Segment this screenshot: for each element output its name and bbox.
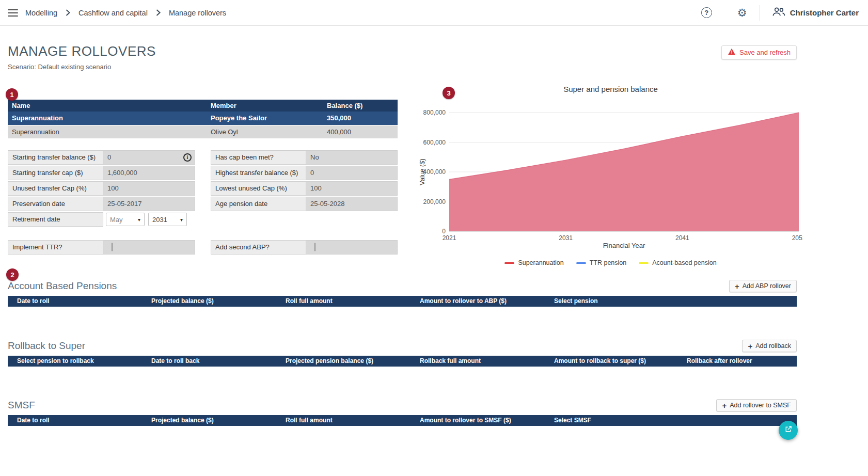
column-header-date-to-roll: Date to roll bbox=[8, 415, 142, 426]
breadcrumb-cashflow-and-capital[interactable]: Cashflow and capital bbox=[78, 9, 148, 17]
rollover-details-panel: 1 Name Member Balance ($) Superannuation… bbox=[8, 100, 398, 256]
svg-text:Financial Year: Financial Year bbox=[603, 242, 645, 249]
user-name: Christopher Carter bbox=[790, 8, 859, 17]
help-icon[interactable]: ? bbox=[701, 7, 712, 18]
svg-text:0: 0 bbox=[442, 228, 446, 235]
add-abp-rollover-button[interactable]: + Add ABP rollover bbox=[729, 280, 797, 292]
column-header-rollback-full-amount: Rollback full amount bbox=[411, 356, 545, 367]
svg-text:2041: 2041 bbox=[675, 234, 689, 242]
column-header-balance: Balance ($) bbox=[323, 100, 398, 112]
member-row-popeye[interactable]: Superannuation Popeye the Sailor 350,000 bbox=[8, 112, 398, 125]
column-header-select-pension-to-rollback: Select pension to rollback bbox=[8, 356, 142, 367]
page-title: MANAGE ROLLOVERS bbox=[8, 43, 156, 59]
starting-transfer-cap-label: Starting transfer cap ($) bbox=[8, 166, 103, 180]
retirement-year-select[interactable]: 2031 ▾ bbox=[148, 213, 187, 226]
step-badge-1: 1 bbox=[6, 88, 18, 101]
implement-ttr-checkbox[interactable] bbox=[112, 243, 113, 251]
smsf-section: SMSF + Add rollover to SMSF Date to roll… bbox=[8, 399, 797, 426]
starting-transfer-balance-value: 0i bbox=[103, 150, 195, 165]
preservation-date-label: Preservation date bbox=[8, 197, 103, 211]
info-icon[interactable]: i bbox=[183, 153, 192, 162]
legend-swatch-yellow bbox=[639, 262, 649, 264]
member-row-member: Popeye the Sailor bbox=[207, 112, 323, 125]
caret-down-icon: ▾ bbox=[138, 217, 140, 223]
age-pension-date-label: Age pension date bbox=[211, 197, 306, 211]
svg-text:600,000: 600,000 bbox=[423, 139, 446, 146]
users-icon bbox=[771, 7, 785, 19]
scenario-label: Scenario: Default existing scenario bbox=[8, 63, 156, 71]
member-table-header: Name Member Balance ($) bbox=[8, 100, 398, 112]
member-row-balance: 400,000 bbox=[323, 125, 398, 138]
member-row-olive[interactable]: Superannuation Olive Oyl 400,000 bbox=[8, 125, 398, 138]
breadcrumb-modelling[interactable]: Modelling bbox=[25, 9, 57, 17]
unused-transfer-cap-label: Unused transfer Cap (%) bbox=[8, 181, 103, 196]
rollback-to-super-section: Rollback to Super + Add rollback Select … bbox=[8, 339, 797, 367]
breadcrumb: Modelling Cashflow and capital Manage ro… bbox=[25, 9, 226, 17]
column-header-member: Member bbox=[207, 100, 323, 112]
member-row-name: Superannuation bbox=[8, 112, 207, 125]
smsf-table-header: Date to roll Projected balance ($) Roll … bbox=[8, 415, 797, 426]
unused-transfer-cap-value: 100 bbox=[103, 181, 195, 196]
save-and-refresh-button[interactable]: Save and refresh bbox=[721, 45, 797, 59]
lowest-unused-cap-value: 100 bbox=[306, 181, 398, 196]
legend-superannuation[interactable]: Superannuation bbox=[504, 259, 563, 266]
plus-icon: + bbox=[748, 342, 752, 350]
rollback-section-title: Rollback to Super bbox=[8, 340, 85, 352]
step-badge-3: 3 bbox=[443, 87, 455, 99]
column-header-rollback-after-rollover: Rollback after rollover bbox=[677, 356, 797, 367]
menu-icon[interactable] bbox=[8, 9, 18, 17]
breadcrumb-manage-rollovers[interactable]: Manage rollovers bbox=[169, 9, 226, 17]
column-header-amount-to-rollover-smsf: Amount to rollover to SMSF ($) bbox=[411, 415, 545, 426]
implement-ttr-cell bbox=[103, 240, 195, 255]
member-row-name: Superannuation bbox=[8, 125, 207, 138]
column-header-roll-full-amount: Roll full amount bbox=[276, 296, 411, 307]
column-header-roll-full-amount: Roll full amount bbox=[276, 415, 411, 426]
svg-text:2031: 2031 bbox=[559, 234, 573, 242]
add-second-abp-checkbox[interactable] bbox=[314, 243, 315, 251]
chart-legend: Superannuation TTR pension Acount-based … bbox=[418, 259, 803, 266]
super-pension-chart: 3 Super and pension balance 0200,000400,… bbox=[418, 85, 803, 266]
svg-text:800,000: 800,000 bbox=[423, 109, 446, 116]
export-fab-button[interactable] bbox=[779, 421, 798, 440]
plus-icon: + bbox=[735, 282, 739, 290]
legend-ttr-pension[interactable]: TTR pension bbox=[576, 259, 627, 266]
column-header-amount-to-rollback-super: Amount to rollback to super ($) bbox=[545, 356, 677, 367]
legend-swatch-blue bbox=[576, 262, 586, 264]
column-header-amount-to-rollover-abp: Amount to rollover to ABP ($) bbox=[411, 296, 545, 307]
open-in-new-icon bbox=[784, 425, 793, 436]
highest-transfer-balance-label: Highest transfer balance ($) bbox=[211, 166, 306, 180]
add-rollback-button[interactable]: + Add rollback bbox=[742, 340, 797, 352]
chart-title: Super and pension balance bbox=[418, 85, 803, 96]
svg-text:2021: 2021 bbox=[443, 234, 456, 242]
svg-text:200,000: 200,000 bbox=[423, 198, 446, 205]
has-cap-been-met-label: Has cap been met? bbox=[211, 150, 306, 165]
column-header-projected-pension-balance: Projected pension balance ($) bbox=[276, 356, 411, 367]
column-header-date-to-roll: Date to roll bbox=[8, 296, 142, 307]
settings-gear-icon[interactable]: ⚙ bbox=[737, 7, 747, 18]
column-header-projected-balance: Projected balance ($) bbox=[142, 415, 276, 426]
smsf-section-title: SMSF bbox=[8, 400, 35, 411]
preservation-date-value: 25-05-2017 bbox=[103, 197, 195, 211]
user-menu[interactable]: Christopher Carter bbox=[771, 7, 859, 19]
member-table: Name Member Balance ($) Superannuation P… bbox=[8, 100, 398, 138]
abp-table-header: Date to roll Projected balance ($) Roll … bbox=[8, 296, 797, 307]
manage-rollovers-page: Modelling Cashflow and capital Manage ro… bbox=[0, 0, 868, 476]
chevron-right-icon bbox=[156, 9, 161, 16]
abp-section-title: Account Based Pensions bbox=[8, 280, 117, 292]
legend-account-based-pension[interactable]: Acount-based pension bbox=[639, 259, 716, 266]
account-based-pensions-section: 2 Account Based Pensions + Add ABP rollo… bbox=[8, 279, 797, 307]
svg-text:Value ($): Value ($) bbox=[418, 158, 426, 185]
add-rollover-to-smsf-button[interactable]: + Add rollover to SMSF bbox=[716, 399, 797, 411]
starting-transfer-cap-value: 1,600,000 bbox=[103, 166, 195, 180]
warning-triangle-icon bbox=[728, 48, 736, 57]
retirement-month-select[interactable]: May ▾ bbox=[106, 213, 145, 226]
add-second-abp-label: Add second ABP? bbox=[211, 240, 306, 255]
save-button-label: Save and refresh bbox=[739, 49, 791, 56]
age-pension-date-value: 25-05-2028 bbox=[306, 197, 398, 211]
rollback-table-header: Select pension to rollback Date to roll … bbox=[8, 356, 797, 367]
add-second-abp-cell bbox=[306, 240, 398, 255]
column-header-date-to-roll-back: Date to roll back bbox=[142, 356, 276, 367]
top-bar: Modelling Cashflow and capital Manage ro… bbox=[0, 0, 868, 26]
step-badge-2: 2 bbox=[6, 268, 19, 281]
member-row-member: Olive Oyl bbox=[207, 125, 323, 138]
